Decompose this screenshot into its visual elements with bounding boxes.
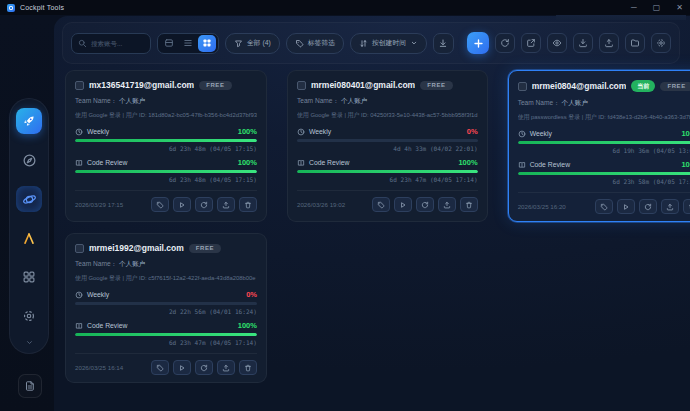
titlebar: Cockpit Tools ─ ▢ ✕ (0, 0, 690, 15)
sort-dropdown[interactable]: 按创建时间 (350, 33, 427, 54)
download-button[interactable] (573, 33, 593, 53)
metric-weekly: Weekly 0% 4d 4h 33m (04/02 22:01) (297, 127, 478, 158)
close-button[interactable]: ✕ (676, 4, 683, 12)
delete-button[interactable] (683, 199, 690, 214)
tag-button[interactable] (151, 197, 169, 212)
metric-percent: 0% (467, 127, 478, 136)
delete-button[interactable] (460, 197, 478, 212)
grid-view-icon (202, 38, 212, 48)
progress-bar (75, 333, 257, 336)
sidebar-item-apps[interactable] (16, 264, 42, 290)
book-icon (297, 159, 305, 167)
run-button[interactable] (617, 199, 635, 214)
plus-icon (473, 38, 484, 49)
card-checkbox[interactable] (518, 82, 527, 91)
upload-icon (666, 203, 674, 211)
refresh-button[interactable] (495, 33, 515, 53)
compass-icon (22, 153, 37, 168)
sidebar-item-brand[interactable] (16, 225, 42, 251)
play-icon (178, 364, 186, 372)
tag-button[interactable] (151, 360, 169, 375)
account-card[interactable]: mrmei1992@gmail.com FREE Team Name： 个人账户… (65, 233, 267, 383)
arrow-down-icon (438, 38, 448, 48)
metric-percent: 100% (681, 129, 690, 138)
tag-filter-button[interactable]: 标签筛选 (286, 33, 344, 54)
export-button[interactable] (217, 197, 235, 212)
view-grid-button[interactable] (198, 35, 216, 52)
filter-all-button[interactable]: 全部 (4) (225, 33, 280, 54)
plan-badge: FREE (660, 82, 690, 91)
progress-bar (75, 170, 257, 173)
account-card[interactable]: mrmei080401@gmail.com FREE Team Name： 个人… (287, 70, 488, 222)
view-card-button[interactable] (160, 35, 178, 52)
created-timestamp: 2026/03/25 16:20 (518, 203, 566, 210)
refresh-button[interactable] (195, 197, 213, 212)
sidebar-item-history[interactable] (16, 147, 42, 173)
metric-percent: 100% (681, 160, 690, 169)
created-timestamp: 2026/03/25 16:14 (75, 364, 123, 371)
refresh-button[interactable] (639, 199, 657, 214)
sidebar-item-settings[interactable] (16, 303, 42, 329)
account-card[interactable]: mrmei0804@gmail.com 当前 FREE Team Name： 个… (508, 70, 690, 222)
clock-icon (297, 128, 305, 136)
tag-button[interactable] (595, 199, 613, 214)
sidebar-item-launch[interactable] (16, 108, 42, 134)
sort-icon (359, 39, 368, 48)
visibility-button[interactable] (547, 33, 567, 53)
settings-button[interactable] (651, 33, 671, 53)
card-checkbox[interactable] (297, 81, 306, 90)
add-account-button[interactable] (467, 32, 489, 54)
refresh-icon (200, 201, 208, 209)
progress-bar (297, 170, 478, 173)
login-info: 使用 Google 登录 | 用户 ID: 04250f33-5e10-4438… (297, 111, 478, 120)
upload-icon (222, 364, 230, 372)
tag-icon (377, 201, 385, 209)
delete-button[interactable] (239, 197, 257, 212)
gear-icon (656, 38, 666, 48)
refresh-button[interactable] (195, 360, 213, 375)
card-checkbox[interactable] (75, 81, 84, 90)
view-list-button[interactable] (179, 35, 197, 52)
refresh-icon (200, 364, 208, 372)
export-button[interactable] (661, 199, 679, 214)
import-button[interactable] (433, 33, 454, 54)
upload-button[interactable] (599, 33, 619, 53)
sidebar-item-accounts[interactable] (16, 186, 42, 212)
search-input[interactable] (91, 40, 144, 47)
open-external-button[interactable] (521, 33, 541, 53)
search-box[interactable] (71, 33, 151, 54)
book-icon (518, 161, 526, 169)
sidebar-collapse-button[interactable] (25, 338, 34, 347)
run-button[interactable] (394, 197, 412, 212)
divider (518, 192, 690, 193)
account-card[interactable]: mx136541719@gmail.com FREE Team Name： 个人… (65, 70, 267, 222)
run-button[interactable] (173, 360, 191, 375)
plan-badge: FREE (189, 244, 221, 253)
export-button[interactable] (438, 197, 456, 212)
tag-button[interactable] (372, 197, 390, 212)
minimize-button[interactable]: ─ (631, 4, 637, 12)
sort-label: 按创建时间 (372, 38, 406, 48)
card-checkbox[interactable] (75, 244, 84, 253)
eye-icon (552, 38, 562, 48)
folder-icon (630, 38, 640, 48)
refresh-button[interactable] (416, 197, 434, 212)
sidebar-pill (9, 98, 49, 354)
search-icon (78, 39, 87, 48)
delete-button[interactable] (239, 360, 257, 375)
toolbar-right-cluster (467, 32, 671, 54)
metric-code-review: Code Review 100% 6d 23h 58m (04/05 17:26… (518, 160, 690, 191)
metric-percent: 100% (238, 158, 257, 167)
logs-button[interactable] (18, 374, 42, 398)
trash-icon (465, 201, 473, 209)
document-icon (24, 380, 36, 392)
maximize-button[interactable]: ▢ (653, 4, 661, 12)
run-button[interactable] (173, 197, 191, 212)
download-icon (578, 38, 588, 48)
export-button[interactable] (217, 360, 235, 375)
metric-code-review: Code Review 100% 6d 23h 47m (04/05 17:14… (297, 158, 478, 189)
account-email: mrmei080401@gmail.com (311, 80, 415, 90)
folder-button[interactable] (625, 33, 645, 53)
metric-eta: 6d 23h 48m (04/05 17:15) (75, 145, 257, 152)
app-title: Cockpit Tools (20, 4, 64, 11)
